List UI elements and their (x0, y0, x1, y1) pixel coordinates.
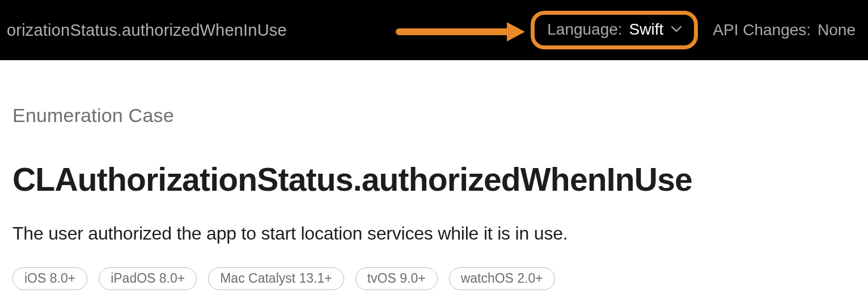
eyebrow: Enumeration Case (12, 104, 856, 127)
language-value: Swift (629, 20, 664, 39)
platform-pill: iOS 8.0+ (12, 267, 87, 290)
platform-pill: tvOS 9.0+ (355, 267, 438, 290)
page-content: Enumeration Case CLAuthorizationStatus.a… (0, 60, 868, 301)
platform-pill: watchOS 2.0+ (449, 267, 555, 290)
api-changes-label: API Changes: (713, 21, 811, 39)
top-bar: orizationStatus.authorizedWhenInUse Lang… (0, 0, 868, 60)
api-changes: API Changes: None (713, 21, 856, 39)
svg-marker-1 (507, 22, 525, 41)
chevron-down-icon (671, 26, 681, 33)
language-selector[interactable]: Language: Swift (531, 11, 698, 49)
platform-pill: iPadOS 8.0+ (99, 267, 197, 290)
topbar-right: Language: Swift API Changes: None (531, 11, 856, 49)
arrow-annotation (399, 27, 524, 37)
page-title: CLAuthorizationStatus.authorizedWhenInUs… (12, 161, 856, 198)
api-changes-value: None (818, 21, 856, 39)
platform-list: iOS 8.0+ iPadOS 8.0+ Mac Catalyst 13.1+ … (12, 267, 856, 290)
page-summary: The user authorized the app to start loc… (12, 222, 856, 246)
platform-pill: Mac Catalyst 13.1+ (208, 267, 344, 290)
language-label: Language: (547, 20, 622, 39)
breadcrumb[interactable]: orizationStatus.authorizedWhenInUse (7, 21, 287, 40)
